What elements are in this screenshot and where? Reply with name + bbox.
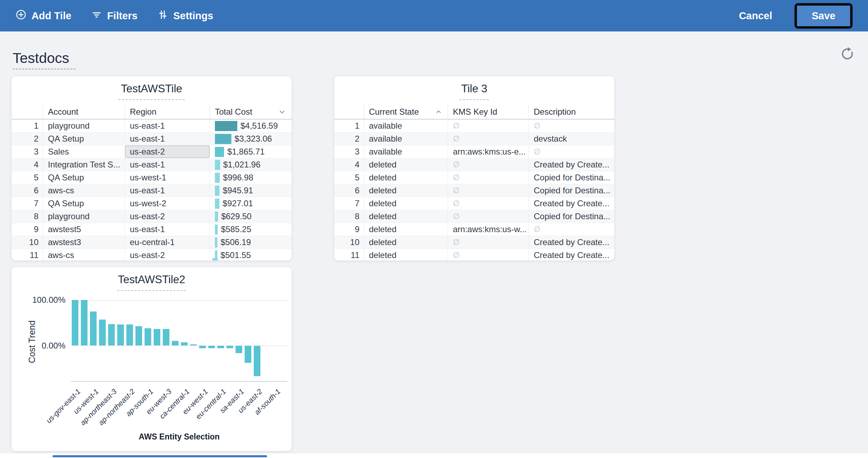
chart-bar (126, 324, 133, 345)
chevron-down-icon[interactable] (278, 107, 287, 116)
refresh-button[interactable] (839, 45, 855, 62)
kms-key-id-cell[interactable]: ∅ (448, 210, 528, 223)
column-header-total-cost[interactable]: Total Cost (210, 105, 292, 119)
account-cell[interactable]: Integration Test S... (43, 158, 125, 171)
account-cell[interactable]: aws-cs (43, 249, 125, 260)
column-header-description[interactable]: Description (528, 105, 614, 119)
account-cell[interactable]: playground (43, 120, 125, 132)
null-value-icon: ∅ (453, 251, 460, 260)
description-cell[interactable]: ∅ (528, 120, 614, 132)
kms-key-id-cell[interactable]: ∅ (448, 184, 528, 197)
total-cost-cell[interactable]: $585.25 (210, 223, 292, 236)
current-state-cell[interactable]: available (364, 133, 448, 145)
region-cell[interactable]: eu-central-1 (125, 236, 210, 249)
null-value-icon: ∅ (453, 121, 460, 130)
region-cell[interactable]: us-east-2 (125, 210, 210, 223)
add-tile-button[interactable]: Add Tile (15, 9, 71, 23)
funnel-lines-icon (91, 9, 102, 23)
total-cost-cell[interactable]: $1,021.96 (210, 158, 292, 171)
table-row: 6deleted∅Copied for Destina... (334, 184, 614, 197)
chart-bar (226, 346, 233, 348)
kms-key-id-cell[interactable]: ∅ (448, 133, 528, 145)
current-state-cell[interactable]: available (364, 120, 448, 132)
account-cell[interactable]: awstest3 (43, 236, 125, 249)
region-cell[interactable]: us-east-1 (125, 184, 210, 197)
description-cell[interactable]: ∅ (528, 145, 614, 158)
description-cell[interactable]: Created by Create... (528, 197, 614, 210)
column-header-kms-key-id[interactable]: KMS Key Id (448, 105, 528, 119)
total-cost-cell[interactable]: $927.01 (210, 197, 292, 210)
horizontal-scrollbar[interactable] (52, 455, 267, 457)
kms-key-id-cell[interactable]: arn:aws:kms:us-e... (448, 145, 528, 158)
save-button[interactable]: Save (797, 6, 850, 26)
account-cell[interactable]: QA Setup (43, 133, 125, 145)
region-cell[interactable]: us-east-2 (125, 145, 210, 158)
current-state-cell[interactable]: deleted (364, 171, 448, 184)
row-number: 10 (334, 236, 364, 249)
tile-test-aws-tile2-chart[interactable]: TestAWSTile2 100.00% 0.00% Cost Trend us… (12, 267, 292, 451)
current-state-cell[interactable]: deleted (364, 210, 448, 223)
row-number: 11 (12, 249, 43, 260)
kms-key-id-cell[interactable]: ∅ (448, 197, 528, 210)
kms-key-id-cell[interactable]: ∅ (448, 236, 528, 249)
chevron-up-icon[interactable] (434, 108, 443, 116)
account-cell[interactable]: aws-cs (43, 184, 125, 197)
tile-test-aws-tile[interactable]: TestAWSTile Account Region Total Cost 1p… (12, 76, 292, 260)
total-cost-cell[interactable]: $1,865.71 (210, 145, 292, 158)
total-cost-cell[interactable]: $501.55 (210, 249, 292, 260)
add-tile-label: Add Tile (31, 10, 71, 22)
filters-button[interactable]: Filters (91, 9, 138, 23)
current-state-cell[interactable]: deleted (364, 158, 448, 171)
region-cell[interactable]: us-east-2 (125, 249, 210, 260)
region-cell[interactable]: us-west-2 (125, 197, 210, 210)
kms-key-id-cell[interactable]: ∅ (448, 171, 528, 184)
total-cost-cell[interactable]: $4,516.59 (210, 120, 292, 132)
description-cell[interactable]: Created by Create... (528, 236, 614, 249)
description-cell[interactable]: Copied for Destina... (528, 184, 614, 197)
account-cell[interactable]: Sales (43, 145, 125, 158)
description-cell[interactable]: Copied for Destina... (528, 171, 614, 184)
account-cell[interactable]: QA Setup (43, 171, 125, 184)
description-cell[interactable]: Created by Create... (528, 158, 614, 171)
cost-data-bar (215, 173, 220, 183)
region-cell[interactable]: us-east-1 (125, 223, 210, 236)
total-cost-cell[interactable]: $996.98 (210, 171, 292, 184)
total-cost-cell[interactable]: $945.91 (210, 184, 292, 197)
total-cost-cell[interactable]: $506.19 (210, 236, 292, 249)
current-state-cell[interactable]: available (364, 145, 448, 158)
kms-key-id-cell[interactable]: arn:aws:kms:us-w... (448, 223, 528, 236)
region-cell[interactable]: us-east-1 (125, 133, 210, 145)
row-number: 7 (12, 197, 43, 210)
column-header-account[interactable]: Account (43, 105, 125, 119)
current-state-cell[interactable]: deleted (364, 184, 448, 197)
total-cost-cell[interactable]: $3,323.06 (210, 133, 292, 145)
region-cell[interactable]: us-west-1 (125, 171, 210, 184)
description-cell[interactable]: ∅ (528, 223, 614, 236)
column-header-current-state[interactable]: Current State (364, 105, 448, 119)
description-cell[interactable]: Copied for Destina... (528, 210, 614, 223)
description-cell[interactable]: devstack (528, 133, 614, 145)
tile-tile-3[interactable]: Tile 3 Current State KMS Key Id Descript… (334, 76, 614, 260)
current-state-cell[interactable]: deleted (364, 236, 448, 249)
cost-value: $945.91 (223, 186, 253, 195)
total-cost-cell[interactable]: $629.50 (210, 210, 292, 223)
cancel-button[interactable]: Cancel (737, 10, 774, 22)
kms-key-id-cell[interactable]: ∅ (448, 249, 528, 260)
current-state-cell[interactable]: deleted (364, 249, 448, 260)
kms-key-id-cell[interactable]: ∅ (448, 120, 528, 132)
current-state-cell[interactable]: deleted (364, 223, 448, 236)
toolbar-right-group: Cancel Save (737, 3, 853, 29)
description-cell[interactable]: Created by Create... (528, 249, 614, 260)
table-row: 3availablearn:aws:kms:us-e...∅ (334, 145, 614, 158)
current-state-cell[interactable]: deleted (364, 197, 448, 210)
region-cell[interactable]: us-east-1 (125, 158, 210, 171)
chart-bar (81, 300, 88, 345)
settings-button[interactable]: Settings (157, 9, 213, 23)
page-title-dashed-underline (13, 69, 76, 70)
account-cell[interactable]: QA Setup (43, 197, 125, 210)
kms-key-id-cell[interactable]: ∅ (448, 158, 528, 171)
region-cell[interactable]: us-east-1 (125, 120, 210, 132)
account-cell[interactable]: awstest5 (43, 223, 125, 236)
column-header-region[interactable]: Region (125, 105, 210, 119)
account-cell[interactable]: playground (43, 210, 125, 223)
